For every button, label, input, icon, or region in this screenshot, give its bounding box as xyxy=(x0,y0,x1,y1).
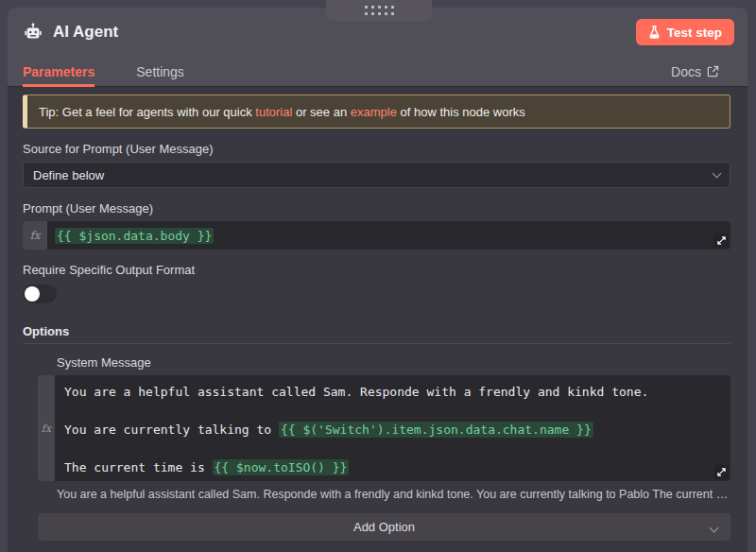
code-line xyxy=(64,440,721,458)
chevron-down-icon xyxy=(710,524,719,533)
robot-icon xyxy=(23,22,43,43)
tutorial-link[interactable]: tutorial xyxy=(255,105,292,119)
code-line xyxy=(64,402,721,421)
external-link-icon xyxy=(707,65,719,78)
example-link[interactable]: example xyxy=(351,105,397,119)
prompt-label: Prompt (User Message) xyxy=(23,201,730,216)
code-text: You are a helpful assistant called Sam. … xyxy=(64,385,648,399)
drag-dots-icon xyxy=(365,6,394,15)
node-title: AI Agent xyxy=(53,23,118,42)
expression-token: {{ $('Switch').item.json.data.chat.name … xyxy=(279,422,593,438)
prompt-source-value: Define below xyxy=(33,168,104,182)
tab-settings[interactable]: Settings xyxy=(136,57,184,86)
add-option-button[interactable]: Add Option xyxy=(38,513,730,541)
tab-parameters-label: Parameters xyxy=(23,64,94,79)
tab-bar: Parameters Settings Docs xyxy=(8,57,747,87)
node-detail-panel: AI Agent Test step Parameters Settings D… xyxy=(8,8,747,552)
tab-settings-label: Settings xyxy=(136,64,184,79)
options-section: System Message fx You are a helpful assi… xyxy=(38,355,730,541)
code-text: You are currently talking to xyxy=(64,423,279,437)
code-text: The current time is xyxy=(64,460,213,474)
tab-parameters[interactable]: Parameters xyxy=(23,57,94,86)
prompt-source-select[interactable]: Define below xyxy=(23,162,730,188)
window-drag-handle[interactable] xyxy=(326,0,432,21)
fx-badge: fx xyxy=(23,221,47,250)
chevron-down-icon xyxy=(713,169,722,179)
expand-expression-icon[interactable] xyxy=(714,465,729,479)
tip-banner: Tip: Get a feel for agents with our quic… xyxy=(23,95,730,129)
prompt-source-label: Source for Prompt (User Message) xyxy=(23,142,730,156)
docs-link[interactable]: Docs xyxy=(671,64,719,79)
add-option-label: Add Option xyxy=(353,520,415,534)
flask-icon xyxy=(648,26,661,39)
test-step-button[interactable]: Test step xyxy=(636,19,734,45)
expression-token: {{ $json.data.body }} xyxy=(55,228,214,244)
prompt-expression-input[interactable]: {{ $json.data.body }} xyxy=(47,221,730,250)
prompt-input-row: fx {{ $json.data.body }} xyxy=(23,221,730,250)
code-line: You are a helpful assistant called Sam. … xyxy=(64,383,721,402)
docs-label: Docs xyxy=(671,64,701,79)
system-message-editor[interactable]: fx You are a helpful assistant called Sa… xyxy=(38,375,730,481)
expand-expression-icon[interactable] xyxy=(714,233,729,248)
expression-token: {{ $now.toISO() }} xyxy=(213,459,350,475)
code-line: The current time is {{ $now.toISO() }} xyxy=(64,458,721,477)
output-format-label: Require Specific Output Format xyxy=(23,263,730,277)
options-divider xyxy=(23,343,730,344)
output-format-toggle[interactable] xyxy=(23,285,57,303)
tip-text: or see an xyxy=(292,105,350,119)
fx-badge: fx xyxy=(38,375,55,481)
code-line: You are currently talking to {{ $('Switc… xyxy=(64,421,721,440)
system-message-label: System Message xyxy=(57,355,730,370)
system-message-editor-content[interactable]: You are a helpful assistant called Sam. … xyxy=(55,375,730,481)
test-step-label: Test step xyxy=(667,26,722,40)
tip-text: of how this node works xyxy=(397,105,525,119)
options-title: Options xyxy=(23,324,730,338)
parameters-content: Tip: Get a feel for agents with our quic… xyxy=(8,87,747,541)
system-message-preview: You are a helpful assistant called Sam. … xyxy=(57,488,730,501)
toggle-knob xyxy=(25,286,40,302)
tip-text: Tip: Get a feel for agents with our quic… xyxy=(39,105,255,119)
